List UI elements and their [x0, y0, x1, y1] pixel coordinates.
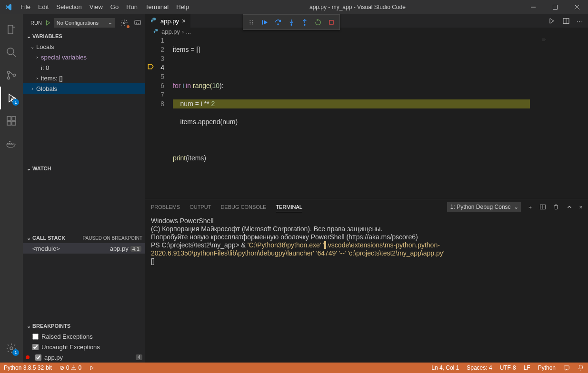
bp-file-checkbox[interactable] — [35, 354, 41, 361]
status-ln-col[interactable]: Ln 4, Col 1 — [428, 364, 463, 371]
bp-file-row[interactable]: app.py4 — [23, 352, 145, 363]
panel-tab-problems[interactable]: PROBLEMS — [151, 202, 180, 212]
maximize-icon[interactable] — [544, 0, 566, 14]
start-debug-icon[interactable] — [45, 20, 51, 26]
kill-terminal-icon[interactable] — [553, 204, 559, 210]
terminal[interactable]: Windows PowerShell (C) Корпорация Майкро… — [145, 215, 588, 363]
terminal-selector[interactable]: 1: Python Debug Consc ⌄ — [447, 202, 521, 212]
drag-handle-icon[interactable] — [245, 16, 258, 29]
stack-frame-name: <module> — [32, 245, 60, 252]
svg-point-26 — [252, 20, 253, 21]
minimize-icon[interactable] — [522, 0, 544, 14]
run-file-icon[interactable] — [548, 17, 556, 25]
debug-toolbar[interactable] — [243, 14, 340, 30]
watch-header[interactable]: ⌄WATCH — [23, 163, 145, 174]
svg-point-19 — [10, 347, 13, 350]
run-debug-icon[interactable]: 1 — [0, 87, 23, 109]
crumb-file[interactable]: app.py — [161, 28, 180, 35]
breakpoints-header[interactable]: ⌄BREAKPOINTS — [23, 321, 145, 331]
special-variables-node[interactable]: ›special variables — [23, 52, 145, 62]
code-content[interactable]: items = [] for i in range(10): num = i *… — [173, 36, 588, 199]
menu-view[interactable]: View — [86, 0, 107, 14]
tab-app-py[interactable]: app.py × — [145, 14, 190, 28]
status-eol[interactable]: LF — [520, 364, 534, 371]
close-icon[interactable] — [566, 0, 588, 14]
stack-frame-row[interactable]: <module> app.py4:1 — [23, 243, 145, 254]
step-into-icon[interactable] — [285, 16, 298, 29]
svg-marker-43 — [90, 366, 93, 370]
status-python-version[interactable]: Python 3.8.5 32-bit — [0, 364, 56, 371]
gear-icon[interactable] — [120, 19, 128, 27]
continue-icon[interactable] — [259, 16, 271, 29]
menu-selection[interactable]: Selection — [52, 0, 85, 14]
debug-badge: 1 — [12, 99, 19, 106]
chevron-down-icon: ⌄ — [108, 20, 112, 26]
tab-close-icon[interactable]: × — [182, 17, 186, 25]
variables-header[interactable]: ⌄VARIABLES — [23, 31, 145, 41]
stop-icon[interactable] — [325, 16, 338, 29]
locals-node[interactable]: ⌄Locals — [23, 41, 145, 52]
step-out-icon[interactable] — [299, 16, 311, 29]
panel-tab-debug-console[interactable]: DEBUG CONSOLE — [220, 202, 266, 212]
status-spaces[interactable]: Spaces: 4 — [463, 364, 496, 371]
chevron-down-icon: ⌄ — [25, 33, 32, 39]
panel-tab-output[interactable]: OUTPUT — [189, 202, 211, 212]
menu-terminal[interactable]: Terminal — [141, 0, 172, 14]
explorer-icon[interactable] — [0, 18, 23, 41]
extensions-icon[interactable] — [0, 109, 23, 132]
close-panel-icon[interactable]: × — [579, 204, 582, 210]
titlebar: File Edit Selection View Go Run Terminal… — [0, 0, 588, 14]
split-editor-icon[interactable] — [562, 17, 570, 25]
svg-point-25 — [249, 23, 250, 24]
bp-raised-checkbox[interactable] — [32, 334, 39, 340]
menubar: File Edit Selection View Go Run Terminal… — [17, 0, 193, 14]
svg-rect-17 — [11, 143, 12, 144]
debug-console-icon[interactable] — [134, 19, 141, 27]
menu-help[interactable]: Help — [172, 0, 193, 14]
globals-node[interactable]: ›Globals — [23, 83, 145, 94]
menu-run[interactable]: Run — [122, 0, 141, 14]
crumb-more[interactable]: ... — [186, 28, 191, 35]
new-terminal-icon[interactable]: ＋ — [528, 204, 533, 211]
svg-rect-29 — [262, 20, 263, 24]
search-icon[interactable] — [0, 41, 23, 64]
menu-go[interactable]: Go — [107, 0, 122, 14]
bp-uncaught-exceptions[interactable]: Uncaught Exceptions — [23, 342, 145, 352]
svg-rect-13 — [12, 121, 16, 125]
source-control-icon[interactable] — [0, 64, 23, 87]
settings-badge: 1 — [12, 349, 19, 356]
panel-tab-terminal[interactable]: TERMINAL — [276, 202, 302, 212]
more-icon[interactable]: ··· — [577, 18, 583, 25]
variable-i[interactable]: i: 0 — [23, 62, 145, 73]
status-language[interactable]: Python — [534, 364, 559, 371]
status-start-debug[interactable] — [85, 365, 99, 371]
menu-file[interactable]: File — [17, 0, 34, 14]
breakpoint-dot-icon — [26, 355, 30, 359]
callstack-header[interactable]: ⌄ CALL STACK PAUSED ON BREAKPOINT — [23, 233, 145, 243]
editor-tabs: app.py × ··· — [145, 14, 588, 28]
code-editor[interactable]: 1 2 3 4 5 6 7 8 items = [] for i in rang… — [145, 36, 588, 199]
maximize-panel-icon[interactable] — [566, 204, 573, 210]
svg-rect-22 — [135, 20, 140, 24]
svg-line-5 — [13, 54, 16, 57]
status-encoding[interactable]: UTF-8 — [496, 364, 520, 371]
svg-marker-30 — [264, 20, 268, 24]
docker-icon[interactable] — [0, 132, 23, 155]
svg-point-7 — [8, 77, 10, 79]
feedback-icon[interactable] — [559, 364, 574, 371]
variable-items[interactable]: ›items: [] — [23, 73, 145, 83]
notifications-icon[interactable] — [574, 364, 588, 371]
menu-edit[interactable]: Edit — [34, 0, 52, 14]
svg-rect-1 — [553, 5, 558, 10]
restart-icon[interactable] — [312, 16, 324, 29]
step-over-icon[interactable] — [272, 16, 284, 29]
svg-point-6 — [8, 71, 10, 74]
config-dropdown[interactable]: No Configurations ⌄ — [54, 18, 115, 28]
stack-file: app.py — [110, 245, 129, 252]
split-terminal-icon[interactable] — [539, 204, 546, 210]
breadcrumbs[interactable]: app.py › ... — [145, 28, 588, 36]
status-problems[interactable]: ⊘0 ⚠0 — [56, 364, 85, 371]
settings-gear-icon[interactable]: 1 — [0, 337, 23, 360]
bp-uncaught-checkbox[interactable] — [32, 344, 39, 350]
bp-raised-exceptions[interactable]: Raised Exceptions — [23, 331, 145, 342]
